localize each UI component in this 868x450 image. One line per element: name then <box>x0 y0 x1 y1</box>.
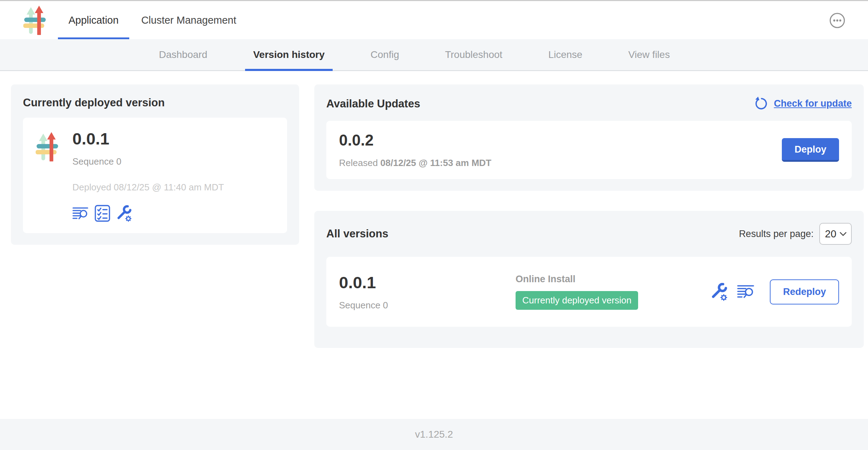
app-logo <box>36 132 58 222</box>
overflow-menu-button[interactable] <box>829 12 845 29</box>
chevron-down-icon <box>839 232 847 236</box>
tab-license-label: License <box>548 49 583 60</box>
deployed-version-actions <box>72 205 224 222</box>
top-navbar: Application Cluster Management <box>0 1 868 39</box>
tab-dashboard[interactable]: Dashboard <box>151 39 215 70</box>
deploy-button[interactable]: Deploy <box>782 138 839 162</box>
tab-dashboard-label: Dashboard <box>159 49 207 60</box>
tab-license[interactable]: License <box>540 39 591 70</box>
available-updates-card: Available Updates Check for update 0.0.2… <box>314 84 864 191</box>
right-column: Available Updates Check for update 0.0.2… <box>314 84 864 348</box>
footer: v1.125.2 <box>0 419 868 450</box>
tab-view-files[interactable]: View files <box>620 39 678 70</box>
tab-config-label: Config <box>370 49 399 60</box>
topnav-tab-application[interactable]: Application <box>58 1 129 39</box>
update-details: 0.0.2 Released 08/12/25 @ 11:53 am MDT <box>339 131 492 168</box>
app-logo <box>23 1 46 39</box>
currently-deployed-title: Currently deployed version <box>23 96 287 109</box>
install-type-label: Online Install <box>516 274 710 285</box>
results-per-page-select[interactable]: 20 <box>819 223 852 245</box>
tab-troubleshoot-label: Troubleshoot <box>445 49 502 60</box>
app-subnav: Dashboard Version history Config Trouble… <box>0 39 868 71</box>
update-released-line: Released 08/12/25 @ 11:53 am MDT <box>339 158 492 168</box>
console-version: v1.125.2 <box>415 429 453 440</box>
version-row-actions: Redeploy <box>710 279 839 304</box>
tab-troubleshoot[interactable]: Troubleshoot <box>437 39 510 70</box>
topnav-tab-cluster-management[interactable]: Cluster Management <box>131 1 247 39</box>
topnav-tabs: Application Cluster Management <box>58 1 247 39</box>
version-row: 0.0.1 Sequence 0 Online Install Currentl… <box>326 257 852 327</box>
results-per-page: Results per page: 20 <box>739 223 852 245</box>
topnav-tab-application-label: Application <box>69 14 119 26</box>
results-per-page-label: Results per page: <box>739 229 814 239</box>
config-icon[interactable] <box>710 283 728 301</box>
results-per-page-value: 20 <box>825 228 836 240</box>
update-version-number: 0.0.2 <box>339 131 492 149</box>
deployed-version-number: 0.0.1 <box>72 129 224 148</box>
version-diff-icon[interactable] <box>737 284 755 299</box>
released-timestamp: 08/12/25 @ 11:53 am MDT <box>380 158 491 168</box>
deployed-sequence: Sequence 0 <box>72 156 224 167</box>
app-logo-icon <box>36 132 58 161</box>
main-content: Currently deployed version 0.0.1 Sequenc… <box>0 71 868 419</box>
version-row-install-info: Online Install Currently deployed versio… <box>516 274 710 310</box>
topnav-tab-cluster-management-label: Cluster Management <box>141 14 236 26</box>
refresh-icon <box>754 96 769 111</box>
tab-version-history-label: Version history <box>253 49 325 60</box>
update-row: 0.0.2 Released 08/12/25 @ 11:53 am MDT D… <box>326 121 852 179</box>
kots-admin-console: Application Cluster Management Dashboard… <box>0 0 868 450</box>
deployed-timestamp: Deployed 08/12/25 @ 11:40 am MDT <box>72 182 224 193</box>
preflight-checks-icon[interactable] <box>95 205 110 222</box>
version-diff-icon[interactable] <box>72 207 89 220</box>
released-prefix: Released <box>339 158 380 168</box>
available-updates-header: Available Updates Check for update <box>326 96 852 111</box>
ellipsis-menu-icon <box>829 12 845 29</box>
tab-view-files-label: View files <box>628 49 670 60</box>
status-badge: Currently deployed version <box>516 291 638 310</box>
config-icon[interactable] <box>116 205 132 222</box>
check-for-update-link[interactable]: Check for update <box>774 98 852 109</box>
all-versions-title: All versions <box>326 227 388 240</box>
all-versions-card: All versions Results per page: 20 0.0. <box>314 211 864 348</box>
tab-version-history[interactable]: Version history <box>245 39 333 70</box>
currently-deployed-card: Currently deployed version 0.0.1 Sequenc… <box>11 84 299 245</box>
row-sequence: Sequence 0 <box>339 300 516 311</box>
all-versions-header: All versions Results per page: 20 <box>326 223 852 245</box>
deployed-version-panel: 0.0.1 Sequence 0 Deployed 08/12/25 @ 11:… <box>23 118 287 233</box>
redeploy-button[interactable]: Redeploy <box>770 279 839 304</box>
row-version-number: 0.0.1 <box>339 273 516 292</box>
deployed-version-details: 0.0.1 Sequence 0 Deployed 08/12/25 @ 11:… <box>72 129 224 222</box>
app-logo-icon <box>23 5 46 35</box>
tab-config[interactable]: Config <box>362 39 407 70</box>
available-updates-title: Available Updates <box>326 97 420 110</box>
version-row-version-info: 0.0.1 Sequence 0 <box>339 273 516 311</box>
check-for-update[interactable]: Check for update <box>754 96 852 111</box>
